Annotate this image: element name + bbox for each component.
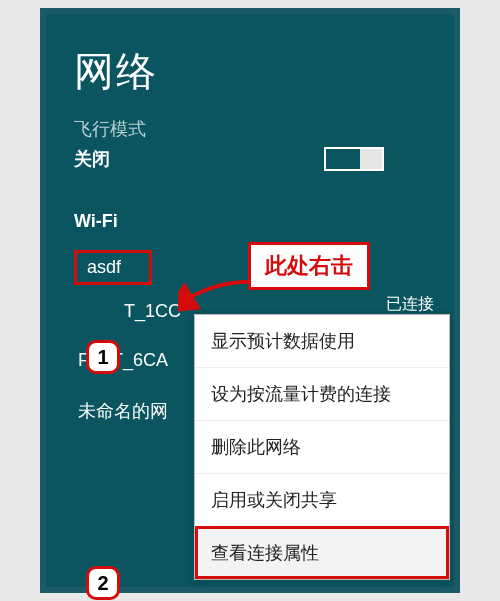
- annotation-badge-1: 1: [86, 340, 120, 374]
- wifi-context-menu: 显示预计数据使用 设为按流量计费的连接 删除此网络 启用或关闭共享 查看连接属性: [194, 314, 450, 580]
- annotation-badge-2: 2: [86, 566, 120, 600]
- wifi-heading: Wi-Fi: [74, 211, 426, 232]
- menu-item-view-connection-properties[interactable]: 查看连接属性: [195, 526, 449, 579]
- menu-item-show-estimated-data[interactable]: 显示预计数据使用: [195, 315, 449, 367]
- airplane-mode-row: 关闭: [74, 147, 384, 171]
- menu-item-toggle-sharing[interactable]: 启用或关闭共享: [195, 473, 449, 526]
- airplane-mode-toggle[interactable]: [324, 147, 384, 171]
- annotation-callout-rightclick: 此处右击: [248, 242, 370, 290]
- page-title: 网络: [74, 44, 426, 99]
- toggle-knob: [360, 149, 382, 169]
- menu-item-set-metered[interactable]: 设为按流量计费的连接: [195, 367, 449, 420]
- settings-panel-frame: 网络 飞行模式 关闭 Wi-Fi asdf T_1CC FAST_6CA 未命名…: [40, 8, 460, 593]
- connection-status: 已连接: [386, 294, 434, 315]
- airplane-mode-label: 飞行模式: [74, 117, 426, 141]
- wifi-network-asdf[interactable]: asdf: [74, 250, 152, 285]
- airplane-mode-state: 关闭: [74, 147, 110, 171]
- menu-item-forget-network[interactable]: 删除此网络: [195, 420, 449, 473]
